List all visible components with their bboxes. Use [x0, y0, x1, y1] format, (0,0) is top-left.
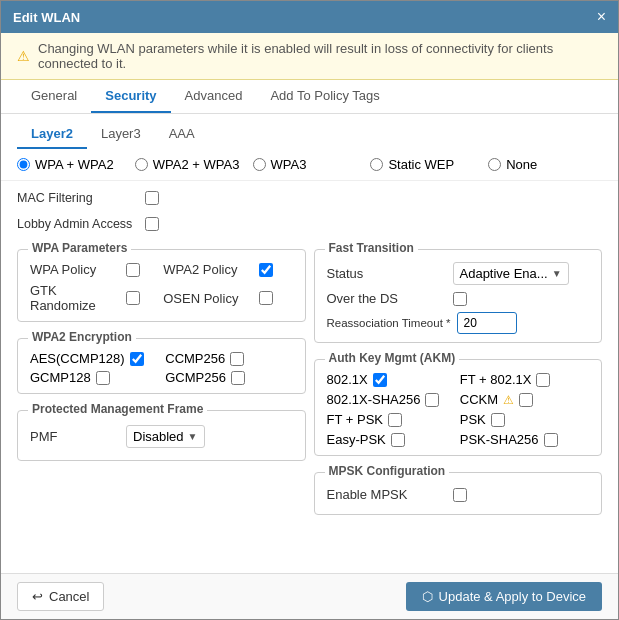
wpa2-policy-checkbox[interactable] [259, 263, 273, 277]
akm-cckm-checkbox[interactable] [519, 393, 533, 407]
second-tabs: Layer2 Layer3 AAA [1, 114, 618, 149]
radio-wpa-wpa2[interactable]: WPA + WPA2 [17, 157, 131, 172]
radio-none[interactable]: None [488, 157, 602, 172]
wpa-policy-row: WPA Policy [30, 262, 159, 277]
ft-status-row: Status Adaptive Ena... ▼ [327, 262, 590, 285]
akm-title: Auth Key Mgmt (AKM) [325, 351, 460, 365]
pmf-label: PMF [30, 429, 120, 444]
wpa-params-title: WPA Parameters [28, 241, 131, 255]
aes-ccmp128-checkbox[interactable] [130, 352, 144, 366]
tab-layer3[interactable]: Layer3 [87, 120, 155, 149]
pmf-value: Disabled [133, 429, 184, 444]
lobby-admin-checkbox[interactable] [145, 217, 159, 231]
akm-easy-psk-checkbox[interactable] [391, 433, 405, 447]
akm-cckm-label: CCKM [460, 392, 498, 407]
ft-over-ds-label: Over the DS [327, 291, 447, 306]
akm-easy-psk-row: Easy-PSK [327, 432, 456, 447]
akm-8021x-row: 802.1X [327, 372, 456, 387]
gcmp256-label: GCMP256 [165, 370, 226, 385]
gtk-row: GTKRandomize [30, 283, 159, 313]
akm-psk-sha256-checkbox[interactable] [544, 433, 558, 447]
akm-ft-psk-label: FT + PSK [327, 412, 383, 427]
akm-psk-checkbox[interactable] [491, 413, 505, 427]
top-tabs: General Security Advanced Add To Policy … [1, 80, 618, 114]
gcmp256-row: GCMP256 [165, 370, 292, 385]
tab-aaa[interactable]: AAA [155, 120, 209, 149]
wpa-policy-checkbox[interactable] [126, 263, 140, 277]
osen-label: OSEN Policy [163, 291, 253, 306]
gcmp128-checkbox[interactable] [96, 371, 110, 385]
akm-ft-psk-checkbox[interactable] [388, 413, 402, 427]
warning-bar: ⚠ Changing WLAN parameters while it is e… [1, 33, 618, 80]
ft-reassoc-row: Reassociation Timeout * [327, 312, 590, 334]
akm-8021x-checkbox[interactable] [373, 373, 387, 387]
gtk-checkbox[interactable] [126, 291, 140, 305]
wpa-policy-label: WPA Policy [30, 262, 120, 277]
mpsk-label: Enable MPSK [327, 487, 447, 502]
akm-8021x-label: 802.1X [327, 372, 368, 387]
pmf-section: Protected Management Frame PMF Disabled … [17, 410, 306, 461]
modal-header: Edit WLAN × [1, 1, 618, 33]
pmf-select[interactable]: Disabled ▼ [126, 425, 205, 448]
aes-ccmp128-row: AES(CCMP128) [30, 351, 157, 366]
akm-ft8021x-checkbox[interactable] [536, 373, 550, 387]
modal-title: Edit WLAN [13, 10, 80, 25]
gcmp128-row: GCMP128 [30, 370, 157, 385]
close-button[interactable]: × [597, 8, 606, 26]
akm-8021x-sha256-checkbox[interactable] [425, 393, 439, 407]
akm-psk-sha256-row: PSK-SHA256 [460, 432, 589, 447]
cancel-button[interactable]: ↩ Cancel [17, 582, 104, 611]
security-mode-row: WPA + WPA2 WPA2 + WPA3 WPA3 Static WEP N… [1, 149, 618, 181]
akm-8021x-sha256-row: 802.1X-SHA256 [327, 392, 456, 407]
gtk-label: GTKRandomize [30, 283, 120, 313]
tab-layer2[interactable]: Layer2 [17, 120, 87, 149]
wpa-params-section: WPA Parameters WPA Policy WPA2 Policy GT… [17, 249, 306, 322]
radio-wpa2-wpa3[interactable]: WPA2 + WPA3 [135, 157, 249, 172]
two-col-layout: WPA Parameters WPA Policy WPA2 Policy GT… [17, 241, 602, 515]
lobby-admin-row: Lobby Admin Access [17, 215, 602, 233]
fast-transition-title: Fast Transition [325, 241, 418, 255]
edit-wlan-modal: Edit WLAN × ⚠ Changing WLAN parameters w… [0, 0, 619, 620]
footer: ↩ Cancel ⬡ Update & Apply to Device [1, 573, 618, 619]
update-button[interactable]: ⬡ Update & Apply to Device [406, 582, 602, 611]
osen-row: OSEN Policy [163, 283, 292, 313]
mac-filtering-checkbox[interactable] [145, 191, 159, 205]
gcmp128-label: GCMP128 [30, 370, 91, 385]
mpsk-checkbox[interactable] [453, 488, 467, 502]
warning-icon: ⚠ [17, 48, 30, 64]
cancel-label: Cancel [49, 589, 89, 604]
akm-psk-label: PSK [460, 412, 486, 427]
tab-advanced[interactable]: Advanced [171, 80, 257, 113]
ft-over-ds-checkbox[interactable] [453, 292, 467, 306]
wpa2-policy-label: WPA2 Policy [163, 262, 253, 277]
aes-ccmp128-label: AES(CCMP128) [30, 351, 125, 366]
akm-psk-row: PSK [460, 412, 589, 427]
akm-section: Auth Key Mgmt (AKM) 802.1X FT + 802.1X [314, 359, 603, 456]
warning-text: Changing WLAN parameters while it is ena… [38, 41, 602, 71]
osen-checkbox[interactable] [259, 291, 273, 305]
pmf-title: Protected Management Frame [28, 402, 207, 416]
ft-over-ds-row: Over the DS [327, 291, 590, 306]
tab-general[interactable]: General [17, 80, 91, 113]
radio-wpa3[interactable]: WPA3 [253, 157, 367, 172]
content-area: MAC Filtering Lobby Admin Access WPA Par… [1, 181, 618, 573]
cckm-warning-icon: ⚠ [503, 393, 514, 407]
tab-security[interactable]: Security [91, 80, 170, 113]
radio-static-wep[interactable]: Static WEP [370, 157, 484, 172]
akm-8021x-sha256-label: 802.1X-SHA256 [327, 392, 421, 407]
pmf-dropdown-arrow: ▼ [188, 431, 198, 442]
ft-reassoc-label: Reassociation Timeout * [327, 317, 451, 329]
ft-status-select[interactable]: Adaptive Ena... ▼ [453, 262, 569, 285]
ft-status-value: Adaptive Ena... [460, 266, 548, 281]
ccmp256-checkbox[interactable] [230, 352, 244, 366]
ft-reassoc-input[interactable] [457, 312, 517, 334]
cancel-icon: ↩ [32, 589, 43, 604]
wpa2-enc-section: WPA2 Encryption AES(CCMP128) CCMP256 GCM… [17, 338, 306, 394]
akm-psk-sha256-label: PSK-SHA256 [460, 432, 539, 447]
mpsk-section: MPSK Configuration Enable MPSK [314, 472, 603, 515]
akm-ft-psk-row: FT + PSK [327, 412, 456, 427]
tab-add-to-policy-tags[interactable]: Add To Policy Tags [256, 80, 393, 113]
lobby-admin-label: Lobby Admin Access [17, 217, 137, 231]
gcmp256-checkbox[interactable] [231, 371, 245, 385]
akm-ft8021x-row: FT + 802.1X [460, 372, 589, 387]
